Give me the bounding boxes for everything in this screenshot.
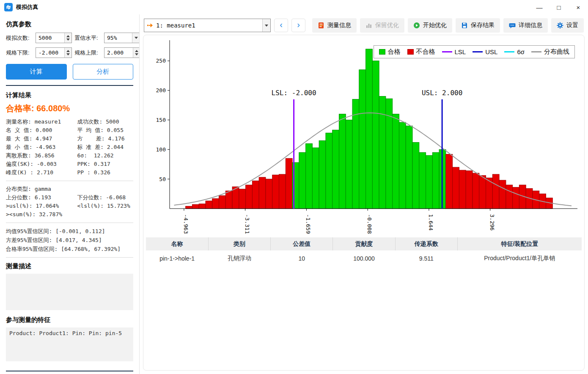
pass-rate-value: 66.080%	[36, 104, 70, 113]
usl-spinner[interactable]: 2.000	[104, 47, 140, 58]
save-icon	[461, 22, 468, 29]
pass-bar	[326, 133, 332, 209]
spinner-arrows-icon[interactable]	[64, 33, 71, 43]
pass-bar	[399, 122, 406, 209]
pass-bar	[352, 99, 359, 209]
chevron-down-icon[interactable]	[262, 19, 270, 32]
fail-bar	[206, 201, 212, 209]
confidence-select[interactable]: 95%	[104, 33, 140, 43]
col-contribution: 贡献度	[333, 237, 395, 250]
details-button[interactable]: 详细信息	[503, 18, 548, 33]
stat-cell: >usl(%): 17.064%	[6, 202, 77, 210]
divider	[6, 85, 133, 86]
minimize-button[interactable]: —	[530, 0, 549, 14]
histogram-svg: 50100150200250-4.963-3.311-1.659-0.0081.…	[146, 38, 582, 236]
measure-select[interactable]: 1: measure1	[144, 19, 271, 32]
spinner-arrows-icon[interactable]	[133, 48, 140, 58]
pass-rate-label: 合格率:	[6, 104, 34, 113]
fail-bar	[499, 180, 506, 209]
stat-cell: 峰度(K) : 2.710	[6, 168, 77, 177]
pass-bar	[359, 70, 366, 209]
pass-bar	[393, 114, 399, 209]
stat-cell: 方 差: 4.176	[77, 135, 133, 143]
stat-cell: 偏度(SK): -0.003	[6, 160, 77, 168]
pass-bar	[319, 140, 326, 209]
feature-item: Product: Product1: Pin: Pin: pin-5	[9, 330, 122, 336]
lsl-spinner[interactable]: -2.000	[36, 47, 72, 58]
legend-label: 分布曲线	[544, 48, 569, 56]
fail-bar	[459, 170, 466, 209]
fail-bar	[225, 191, 232, 209]
stat-cell: 离散系数: 36.856	[6, 151, 77, 160]
usl-label: 规格上限:	[74, 49, 102, 57]
fail-bar	[453, 167, 459, 209]
pass-bar	[312, 148, 319, 209]
x-tick-label: -3.311	[244, 214, 250, 234]
table-row[interactable]: pin-1->hole-1 孔销浮动 10 100.000 9.511 Prod…	[146, 250, 582, 267]
divider	[6, 257, 133, 258]
main-area: 1: measure1 ‹ › 测量信息	[140, 14, 588, 374]
x-tick-label: 1.644	[428, 214, 434, 231]
pass-bar	[412, 143, 419, 209]
description-title: 测量描述	[6, 262, 133, 270]
usl-label: USL: 2.000	[422, 89, 462, 97]
measure-info-button[interactable]: 测量信息	[312, 18, 357, 33]
legend-label: 合格	[388, 48, 401, 56]
x-tick-label: -1.659	[305, 214, 311, 234]
feature-location-link[interactable]: Product/Product1/单孔单销	[457, 250, 582, 267]
save-results-button[interactable]: 保存结果	[456, 18, 500, 33]
cell-tolerance: 10	[271, 250, 333, 267]
cell-name: pin-1->hole-1	[146, 250, 208, 267]
confidence-value: 95%	[104, 33, 132, 43]
lsl-value: -2.000	[36, 48, 64, 58]
button-label: 保存结果	[471, 22, 495, 29]
spinner-arrows-icon[interactable]	[64, 48, 71, 58]
fail-swatch-icon	[407, 49, 414, 55]
stat-cell: 下分位数: -6.068	[77, 193, 133, 202]
maximize-button[interactable]: □	[549, 0, 569, 14]
sim-count-spinner[interactable]: 5000	[36, 33, 72, 43]
ci-line: 合格率95%置信区间: [64.768%, 67.392%]	[6, 245, 133, 253]
legend-item-six-sigma: 6σ	[504, 48, 525, 55]
prev-measure-button[interactable]: ‹	[274, 19, 288, 32]
cell-coefficient: 9.511	[395, 250, 457, 267]
distribution-block: 分布类型: gamma 上分位数: 6.193下分位数: -6.068 >usl…	[6, 185, 133, 219]
fail-bar	[266, 179, 272, 209]
close-button[interactable]: ×	[569, 0, 588, 14]
col-name: 名称	[146, 237, 208, 250]
legend-label: LSL	[455, 48, 466, 55]
fail-bar	[446, 154, 453, 209]
legend-label: USL	[485, 48, 497, 55]
stat-cell: 名 义 值: 0.000	[6, 126, 77, 135]
analyze-button[interactable]: 分析	[73, 64, 134, 80]
fail-bar	[199, 204, 206, 209]
window-title: 模拟仿真	[16, 3, 38, 11]
six-sigma-swatch-icon	[504, 51, 514, 52]
col-coefficient: 传递系数	[395, 237, 457, 250]
button-label: 开始优化	[423, 22, 447, 29]
pass-bar	[366, 49, 373, 209]
chevron-down-icon[interactable]	[132, 33, 140, 43]
fail-bar	[466, 171, 473, 209]
measurement-description-input[interactable]	[6, 274, 133, 310]
features-title: 参与测量的特征	[6, 316, 133, 324]
stat-cell: 成功次数: 5000	[77, 118, 133, 126]
stat-cell: 测量名称: measure1	[6, 118, 77, 126]
x-tick-label: -0.008	[366, 214, 373, 234]
start-optimization-button[interactable]: 开始优化	[408, 18, 452, 33]
button-label: 保留优化	[375, 22, 399, 29]
settings-button[interactable]: 设置	[551, 18, 584, 33]
calculate-button[interactable]: 计算	[6, 64, 67, 80]
dist-sum: ><sum(%): 32.787%	[6, 210, 133, 219]
next-measure-button[interactable]: ›	[291, 19, 305, 32]
keep-optimization-button[interactable]: 保留优化	[360, 18, 404, 33]
x-tick-label: 3.296	[489, 214, 495, 231]
play-icon	[413, 22, 420, 29]
pass-bar	[432, 152, 439, 209]
lsl-swatch-icon	[442, 51, 452, 52]
sim-count-label: 模拟次数:	[6, 34, 33, 42]
pass-rate: 合格率: 66.080%	[6, 103, 133, 114]
col-category: 类别	[208, 237, 270, 250]
app-icon	[4, 3, 13, 11]
col-feature-location: 特征/装配位置	[457, 237, 582, 250]
